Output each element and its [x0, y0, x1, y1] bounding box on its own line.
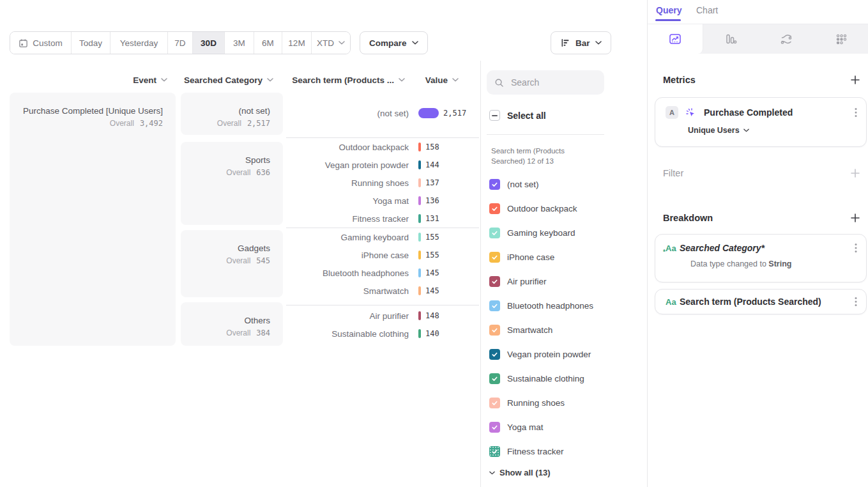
filter-item[interactable]: Yoga mat	[489, 415, 544, 439]
metric-letter-badge: A	[666, 106, 678, 119]
breakdown-section-header: Breakdown	[663, 213, 860, 223]
value-bar	[418, 268, 421, 277]
breakdown-property-name: Search term (Products Searched)	[680, 297, 821, 307]
search-input[interactable]	[510, 77, 589, 88]
filter-item[interactable]: Gaming keyboard	[489, 220, 575, 245]
chevron-down-icon	[161, 78, 167, 82]
table-row[interactable]: (not set) 2,517	[281, 104, 485, 122]
category-cell[interactable]: Sports Overall636	[181, 142, 283, 225]
column-header-event[interactable]: Event	[10, 72, 167, 88]
table-row[interactable]: Bluetooth headphones 145	[281, 264, 485, 282]
table-row[interactable]: Vegan protein powder 144	[281, 156, 485, 174]
filter-item[interactable]: iPhone case	[489, 245, 554, 269]
table-row[interactable]: Fitness tracker 131	[281, 210, 485, 228]
filter-item[interactable]: Smartwatch	[489, 318, 552, 342]
date-custom-button[interactable]: Custom	[10, 32, 72, 54]
date-12m-button[interactable]: 12M	[282, 32, 312, 54]
metrics-title: Metrics	[663, 75, 696, 85]
chevron-down-icon	[595, 41, 602, 45]
report-type-insights-tab[interactable]	[648, 24, 703, 54]
value-bar	[418, 311, 421, 320]
breakdown-property-name: Searched Category*	[680, 243, 765, 253]
date-xtd-button[interactable]: XTD	[312, 32, 350, 54]
data-type-note: Data type changed to String	[690, 259, 866, 268]
column-header-value[interactable]: Value	[418, 72, 459, 88]
string-type-icon: Aa*	[666, 244, 680, 253]
overall-label: Overall	[110, 119, 134, 128]
filter-item[interactable]: Sustainable clothing	[489, 366, 584, 390]
report-type-flows-tab[interactable]	[759, 24, 814, 54]
add-breakdown-button[interactable]	[851, 213, 860, 222]
filter-item[interactable]: Vegan protein powder	[489, 342, 591, 366]
value-bar	[418, 214, 421, 223]
query-panel: Query Chart Metrics A	[647, 0, 868, 487]
date-3m-button[interactable]: 3M	[225, 32, 254, 54]
chevron-down-icon	[452, 78, 459, 82]
event-cell[interactable]: Purchase Completed [Unique Users] Overal…	[10, 93, 176, 346]
breakdown-menu-button[interactable]	[855, 243, 857, 253]
filter-item[interactable]: (not set)	[489, 172, 539, 196]
compare-button[interactable]: Compare	[360, 31, 428, 54]
chart-type-button[interactable]: Bar	[551, 31, 611, 54]
select-all-checkbox[interactable]: Select all	[489, 110, 546, 121]
date-6m-button[interactable]: 6M	[254, 32, 282, 54]
report-type-retention-tab[interactable]	[814, 24, 868, 54]
filter-item[interactable]: Outdoor backpack	[489, 196, 577, 220]
chevron-down-icon	[267, 78, 273, 82]
date-30d-button[interactable]: 30D	[193, 32, 225, 54]
table-row[interactable]: Air purifier 148	[281, 307, 485, 325]
chevron-down-icon	[399, 78, 405, 82]
filter-group-label: Search term (Products Searched) 12 of 13	[491, 146, 598, 166]
checkbox-checked-icon	[489, 252, 500, 263]
breakdown-card[interactable]: Aa* Searched Category* Data type changed…	[655, 234, 867, 282]
overall-value: 3,492	[140, 119, 163, 128]
filter-item[interactable]: Air purifier	[489, 269, 547, 293]
tab-query[interactable]: Query	[656, 5, 681, 15]
report-type-funnels-tab[interactable]	[703, 24, 758, 54]
metric-menu-button[interactable]	[855, 107, 857, 118]
table-row[interactable]: iPhone case 155	[281, 246, 485, 264]
measurement-dropdown[interactable]: Unique Users	[688, 126, 866, 135]
filter-item[interactable]: Bluetooth headphones	[489, 293, 593, 318]
table-row[interactable]: Sustainable clothing 140	[281, 325, 485, 343]
filter-section-header: Filter	[663, 168, 860, 178]
date-today-button[interactable]: Today	[72, 32, 110, 54]
value-bar	[418, 108, 439, 118]
indeterminate-checkbox-icon	[489, 110, 500, 121]
category-cell[interactable]: Others Overall384	[181, 302, 283, 346]
bar-chart-icon	[560, 38, 570, 48]
date-7d-button[interactable]: 7D	[168, 32, 193, 54]
category-cell[interactable]: Gadgets Overall545	[181, 230, 283, 297]
table-row[interactable]: Running shoes 137	[281, 174, 485, 192]
table-row[interactable]: Gaming keyboard 155	[281, 228, 485, 246]
value-bar	[418, 233, 421, 242]
checkbox-checked-icon	[489, 203, 500, 214]
breakdown-card[interactable]: Aa Search term (Products Searched)	[655, 289, 867, 314]
filter-item[interactable]: Running shoes	[489, 390, 565, 415]
add-metric-button[interactable]	[851, 75, 860, 84]
insights-icon	[668, 32, 682, 46]
date-yesterday-button[interactable]: Yesterday	[110, 32, 168, 54]
checkbox-checked-icon	[489, 228, 500, 238]
column-header-searched-category[interactable]: Searched Category	[181, 72, 273, 88]
filter-item[interactable]: Fitness tracker	[489, 439, 564, 463]
metric-card[interactable]: A Purchase Completed Unique Users	[655, 97, 867, 147]
checkbox-checked-icon	[489, 349, 500, 360]
category-cell[interactable]: (not set) Overall2,517	[181, 93, 283, 135]
event-name: Purchase Completed [Unique Users]	[10, 106, 163, 116]
table-row[interactable]: Outdoor backpack 158	[281, 138, 485, 156]
column-header-search-term[interactable]: Search term (Products ...	[281, 72, 405, 88]
search-icon	[494, 78, 504, 88]
panel-divider	[480, 61, 481, 487]
show-all-button[interactable]: Show all (13)	[489, 468, 550, 477]
string-type-icon: Aa	[666, 297, 680, 307]
breakdown-menu-button[interactable]	[855, 297, 857, 307]
chevron-down-icon	[489, 471, 495, 475]
filter-title: Filter	[663, 168, 683, 178]
tab-chart[interactable]: Chart	[696, 5, 718, 15]
table-row[interactable]: Yoga mat 136	[281, 192, 485, 210]
table-row[interactable]: Smartwatch 145	[281, 282, 485, 300]
checkbox-checked-icon	[489, 325, 500, 336]
analytics-app: Custom Today Yesterday 7D 30D 3M 6M 12M …	[0, 0, 868, 487]
add-filter-button[interactable]	[851, 169, 860, 178]
